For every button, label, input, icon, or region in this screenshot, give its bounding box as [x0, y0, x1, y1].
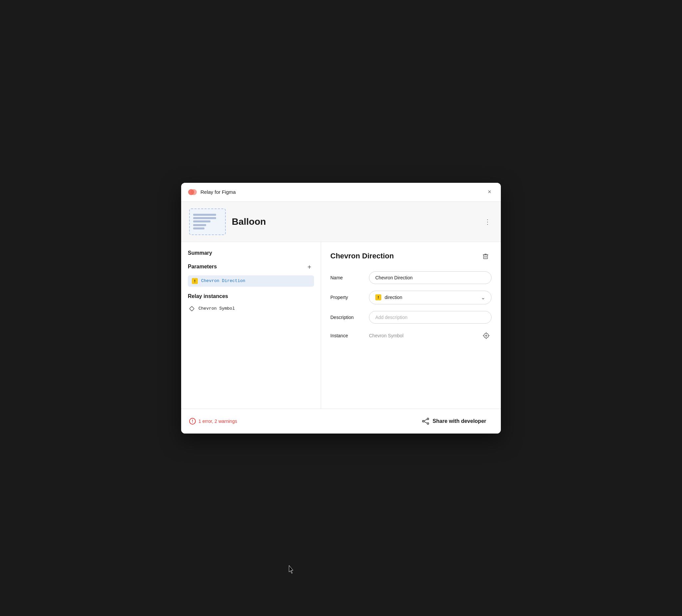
- instance-field-container: Chevron Symbol: [369, 330, 492, 341]
- target-button[interactable]: [481, 330, 492, 341]
- left-panel: Summary Parameters + ! Chevron Direction: [181, 242, 321, 409]
- property-field-row: Property ! direction ⌄: [330, 291, 492, 304]
- name-field-row: Name: [330, 271, 492, 284]
- relay-instances-section: Relay instances Chevron Symbol: [188, 293, 314, 313]
- summary-title: Summary: [188, 250, 212, 256]
- crosshair-icon: [482, 332, 490, 340]
- svg-point-8: [485, 335, 487, 336]
- thumb-line-1: [193, 214, 216, 216]
- svg-point-15: [427, 423, 429, 424]
- error-icon: !: [189, 418, 196, 425]
- description-label: Description: [330, 315, 364, 320]
- instance-field-row: Instance Chevron Symbol: [330, 330, 492, 341]
- svg-point-13: [427, 418, 429, 419]
- right-header: Chevron Direction: [330, 250, 492, 262]
- more-options-button[interactable]: ⋮: [482, 216, 493, 227]
- svg-point-14: [423, 420, 424, 422]
- parameters-section: Parameters + ! Chevron Direction: [188, 263, 314, 287]
- summary-section: Summary: [188, 250, 314, 256]
- share-icon: [422, 417, 429, 425]
- titlebar: Relay for Figma ×: [181, 183, 501, 202]
- app-title: Relay for Figma: [201, 189, 236, 195]
- parameters-header: Parameters +: [188, 263, 314, 272]
- property-value: direction: [385, 295, 402, 300]
- right-panel-title: Chevron Direction: [330, 252, 394, 260]
- svg-line-16: [424, 419, 427, 421]
- property-select[interactable]: ! direction ⌄: [369, 291, 492, 304]
- description-field-row: Description: [330, 311, 492, 324]
- thumb-line-3: [193, 221, 210, 223]
- component-left: Balloon: [189, 208, 266, 235]
- parameters-title: Parameters: [188, 264, 217, 270]
- component-thumbnail: [189, 208, 226, 235]
- trash-icon: [482, 252, 489, 260]
- share-with-developer-button[interactable]: Share with developer: [415, 414, 493, 428]
- relay-logo-icon: [188, 187, 197, 197]
- instance-label: Chevron Symbol: [199, 306, 235, 311]
- thumb-line-4: [193, 224, 206, 226]
- right-panel: Chevron Direction Name Pro: [321, 242, 501, 409]
- thumb-group-1: [193, 214, 222, 223]
- component-name: Balloon: [232, 216, 266, 227]
- thumb-line-5: [193, 227, 204, 229]
- error-text: 1 error, 2 warnings: [199, 418, 237, 424]
- description-input[interactable]: [369, 311, 492, 324]
- property-label: Property: [330, 295, 364, 300]
- share-label: Share with developer: [433, 418, 486, 424]
- diamond-icon: [189, 306, 195, 311]
- select-left: ! direction: [375, 294, 402, 300]
- svg-line-17: [424, 421, 427, 423]
- relay-instances-title: Relay instances: [188, 293, 314, 299]
- footer: ! 1 error, 2 warnings Share with develop…: [181, 409, 501, 434]
- thumb-line-2: [193, 217, 216, 219]
- instance-value: Chevron Symbol: [369, 333, 404, 338]
- plus-icon: +: [308, 264, 311, 271]
- warning-badge: !: [192, 278, 198, 284]
- more-icon: ⋮: [484, 218, 491, 226]
- chevron-down-icon: ⌄: [481, 294, 485, 301]
- svg-rect-2: [189, 306, 194, 311]
- instance-label-right: Instance: [330, 333, 364, 338]
- param-item-chevron-direction[interactable]: ! Chevron Direction: [188, 275, 314, 287]
- cursor: [288, 565, 296, 576]
- close-icon: ×: [488, 188, 492, 196]
- component-header: Balloon ⋮: [181, 202, 501, 242]
- add-parameter-button[interactable]: +: [305, 263, 314, 272]
- app-window: Relay for Figma × Balloon ⋮: [181, 183, 501, 434]
- property-warning-badge: !: [375, 294, 381, 300]
- thumb-group-2: [193, 224, 222, 229]
- property-select-wrapper: ! direction ⌄: [369, 291, 492, 304]
- instance-item-chevron-symbol[interactable]: Chevron Symbol: [188, 304, 314, 313]
- close-button[interactable]: ×: [485, 187, 494, 197]
- titlebar-left: Relay for Figma: [188, 187, 236, 197]
- svg-point-7: [484, 333, 488, 338]
- svg-point-1: [191, 189, 197, 195]
- name-input[interactable]: [369, 271, 492, 284]
- name-label: Name: [330, 275, 364, 280]
- delete-button[interactable]: [480, 250, 492, 262]
- param-label: Chevron Direction: [201, 278, 245, 283]
- main-content: Summary Parameters + ! Chevron Direction: [181, 242, 501, 409]
- svg-rect-3: [483, 255, 487, 259]
- error-info: ! 1 error, 2 warnings: [189, 418, 237, 425]
